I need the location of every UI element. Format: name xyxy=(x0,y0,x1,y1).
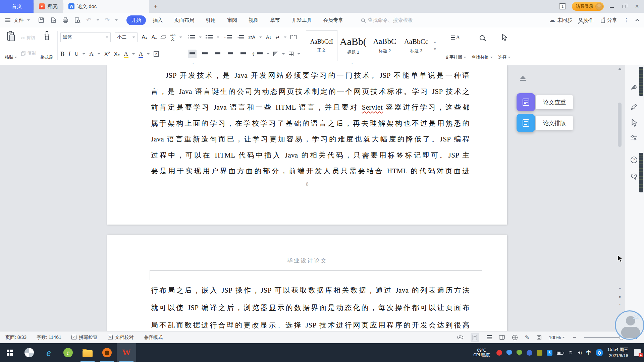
zoom-slider[interactable] xyxy=(584,337,627,338)
window-count-badge[interactable]: 1 xyxy=(559,3,566,9)
more-options-icon[interactable]: ⋮ xyxy=(624,17,629,23)
browse-object-button[interactable]: ● xyxy=(618,295,622,299)
outline-view-icon[interactable] xyxy=(487,335,492,340)
ribbon-tab-section[interactable]: 章节 xyxy=(265,15,285,25)
taskbar-cat-app[interactable] xyxy=(97,343,117,362)
proofread-toggle[interactable]: ✕ 文档校对 xyxy=(108,335,134,341)
tab-ruler-icon[interactable] xyxy=(290,35,297,39)
minimize-button[interactable] xyxy=(610,5,614,8)
soft-wrap-button[interactable]: ↵ xyxy=(275,35,280,40)
previous-page-button[interactable]: ⌃ xyxy=(618,288,622,291)
recorder-camera-bubble[interactable]: 22 xyxy=(615,310,644,340)
web-view-icon[interactable] xyxy=(512,335,518,340)
page-indicator[interactable]: 页面: 8/33 xyxy=(5,335,26,341)
command-search-input[interactable]: 查找命令、搜索模板 xyxy=(361,17,413,23)
restore-button[interactable] xyxy=(623,5,626,8)
increase-indent-icon[interactable] xyxy=(239,35,244,39)
text-typeset-button[interactable]: A 文字排版 xyxy=(444,30,468,61)
help-icon[interactable]: ? xyxy=(630,156,638,164)
text-direction-button[interactable]: A↓ xyxy=(266,35,271,40)
tray-green-shield-icon[interactable] xyxy=(517,350,522,356)
subscript-button[interactable]: X₂ xyxy=(114,51,120,57)
ime-indicator[interactable]: 中 xyxy=(586,350,591,356)
shading-chevron-down-icon[interactable] xyxy=(282,53,285,56)
strikethrough-button[interactable]: A xyxy=(89,51,93,57)
font-color-button[interactable]: A xyxy=(139,51,143,57)
document-page-2[interactable]: 毕业设计论文 行布局之后，嵌入 JSP 操作，JSP 可以获取数据库相关数据，通… xyxy=(107,235,507,331)
tab-home[interactable]: 首页 xyxy=(0,0,34,13)
zoom-level-control[interactable]: 100% xyxy=(549,335,565,340)
ink-pen-icon[interactable]: ✎ xyxy=(525,334,529,341)
new-tab-button[interactable]: + xyxy=(149,0,162,13)
battery-icon[interactable] xyxy=(557,351,563,355)
ribbon-tab-references[interactable]: 引用 xyxy=(201,15,220,25)
next-page-button[interactable]: ⌄ xyxy=(618,302,622,305)
align-center-button[interactable] xyxy=(201,50,209,58)
font-color-chevron-down-icon[interactable] xyxy=(147,53,150,56)
ribbon-tab-insert[interactable]: 插入 xyxy=(148,15,167,25)
decrease-font-size-button[interactable]: A− xyxy=(151,35,157,40)
pinyin-chevron-down-icon[interactable] xyxy=(179,37,182,39)
speaker-icon[interactable] xyxy=(578,350,582,355)
side-scrollbar-thumb-bottom[interactable] xyxy=(639,153,643,192)
style-heading3[interactable]: AaBbCc 标题 3 xyxy=(400,30,432,61)
page-view-button[interactable] xyxy=(471,333,479,342)
taskbar-pinwheel-app[interactable] xyxy=(19,343,39,362)
sync-status-button[interactable]: ☁ 未同步 xyxy=(549,17,572,23)
font-size-combo[interactable]: 小二 xyxy=(115,32,138,42)
promotion-rocket-icon[interactable] xyxy=(630,83,638,92)
scrollbar-thumb[interactable] xyxy=(618,103,622,147)
numbered-list-icon[interactable] xyxy=(208,35,213,39)
collapse-ribbon-chevron-up-icon[interactable] xyxy=(635,19,639,22)
style-heading1[interactable]: AaBb( 标题 1 xyxy=(337,30,369,61)
compat-mode-indicator[interactable]: 兼容模式 xyxy=(144,335,163,341)
save-button[interactable] xyxy=(38,17,45,23)
bluetooth-icon[interactable]: B xyxy=(547,350,552,356)
style-normal[interactable]: AaBbCcI 正文 xyxy=(306,30,337,61)
file-menu[interactable]: 文件 xyxy=(14,17,24,23)
soft-wrap-chevron-down-icon[interactable] xyxy=(284,37,286,39)
style-heading2[interactable]: AaBbC 标题 2 xyxy=(369,30,400,61)
pinyin-guide-button[interactable]: wén 文 xyxy=(170,34,175,41)
font-name-combo[interactable]: 黑体 xyxy=(60,32,111,42)
line-spacing-icon[interactable] xyxy=(257,52,263,56)
quick-access-more-chevron-icon[interactable] xyxy=(115,19,118,22)
tray-red-app-icon[interactable] xyxy=(496,350,502,356)
collapse-panel-eject-icon[interactable] xyxy=(519,76,527,82)
style-gallery-scroll-down-icon[interactable]: ▼ xyxy=(433,47,437,51)
select-button[interactable]: 选择 xyxy=(497,30,512,61)
find-replace-button[interactable]: 查找替换 xyxy=(470,30,494,61)
justify-button[interactable] xyxy=(226,50,235,58)
scroll-up-icon[interactable] xyxy=(618,68,622,70)
copy-button[interactable]: 复制 xyxy=(21,50,36,56)
taskbar-browser-360[interactable]: e xyxy=(58,343,78,362)
document-page-1[interactable]: JSP 开发技术，是 Java 开发网站必须要学习的一门技术。JSP 不能单单说… xyxy=(107,65,507,225)
tray-green-app-icon[interactable] xyxy=(537,350,542,356)
undo-chevron-down-icon[interactable] xyxy=(97,19,99,22)
zoom-out-button[interactable]: − xyxy=(572,334,577,341)
ribbon-tab-developer[interactable]: 开发工具 xyxy=(287,15,316,25)
taskbar-wps[interactable]: W xyxy=(117,343,136,362)
ribbon-tab-member[interactable]: 会员专享 xyxy=(318,15,348,25)
collaborate-button[interactable]: 协作 xyxy=(579,17,594,23)
italic-button[interactable]: I xyxy=(68,51,70,58)
underline-chevron-down-icon[interactable] xyxy=(83,53,85,56)
decrease-indent-icon[interactable] xyxy=(227,35,232,39)
highlight-color-button[interactable]: A xyxy=(124,51,128,57)
taskbar-file-explorer[interactable] xyxy=(78,343,97,362)
paper-typeset-label-card[interactable]: 论文排版 xyxy=(536,116,573,130)
bullet-list-chevron-down-icon[interactable] xyxy=(199,37,202,39)
format-painter-button[interactable]: 格式刷 xyxy=(39,30,55,61)
paper-typeset-button[interactable] xyxy=(517,114,535,132)
feedback-eco-icon[interactable] xyxy=(630,172,638,181)
undo-button[interactable]: ↶ xyxy=(86,17,91,23)
cpu-temp-widget[interactable]: 69℃ CPU温度 xyxy=(471,348,492,358)
character-border-button[interactable]: A xyxy=(154,51,159,57)
clear-format-eraser-icon[interactable] xyxy=(161,36,167,39)
tab-docer[interactable]: ▼ 稻壳 xyxy=(34,0,63,13)
word-count-indicator[interactable]: 字数: 11461 xyxy=(37,335,61,341)
notification-center-icon[interactable]: 4 xyxy=(634,349,641,356)
superscript-button[interactable]: X² xyxy=(104,51,110,57)
highlight-chevron-down-icon[interactable] xyxy=(132,53,135,56)
borders-chevron-down-icon[interactable] xyxy=(298,53,300,56)
